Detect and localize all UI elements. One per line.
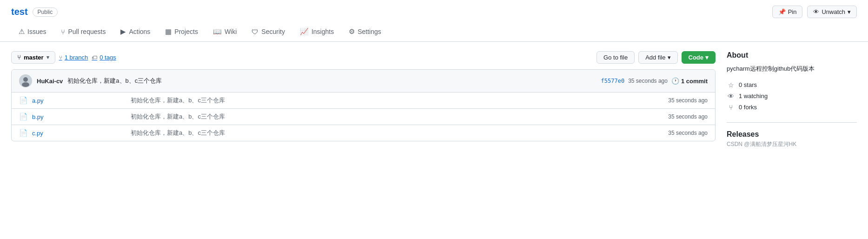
commit-message: 初始化仓库，新建a、b、c三个仓库 <box>67 77 162 85</box>
sidebar-about-section: About pycharm远程控制github代码版本 ☆ 0 stars 👁 … <box>727 51 857 113</box>
file-icon: 📄 <box>19 96 27 105</box>
file-icon: 📄 <box>19 129 27 137</box>
branch-count-icon: ⑂ <box>59 54 62 61</box>
file-name[interactable]: c.py <box>32 130 125 137</box>
tab-projects[interactable]: ▦ Projects <box>158 23 205 41</box>
tab-projects-label: Projects <box>174 28 198 35</box>
file-name[interactable]: b.py <box>32 113 125 120</box>
go-to-file-button[interactable]: Go to file <box>596 51 635 64</box>
insights-icon: 📈 <box>300 27 309 36</box>
tab-settings[interactable]: ⚙ Settings <box>341 23 389 41</box>
add-file-dropdown-icon: ▾ <box>668 54 671 61</box>
tab-security[interactable]: 🛡 Security <box>244 23 292 41</box>
repo-title-row: test Public 📌 Pin 👁 Unwatch ▾ <box>11 6 857 23</box>
tag-count: 0 tags <box>99 54 116 61</box>
tab-pull-requests[interactable]: ⑂ Pull requests <box>53 23 113 41</box>
stat-watching: 👁 1 watching <box>727 91 857 102</box>
tab-pull-requests-label: Pull requests <box>68 28 106 35</box>
file-icon: 📄 <box>19 113 27 121</box>
sidebar-releases-title: Releases <box>727 122 857 139</box>
tab-wiki-label: Wiki <box>225 28 237 35</box>
tab-actions-label: Actions <box>129 28 150 35</box>
file-commit-message: 初始化仓库，新建a、b、c三个仓库 <box>131 113 663 121</box>
repo-content: ⑂ master ▾ ⑂ 1 branch 🏷 0 tags Go to fil… <box>11 51 716 148</box>
file-time: 35 seconds ago <box>668 113 708 120</box>
tab-wiki[interactable]: 📖 Wiki <box>205 23 244 41</box>
table-row: 📄 c.py 初始化仓库，新建a、b、c三个仓库 35 seconds ago <box>12 125 715 141</box>
watermark: CSDN @满船清梦压星河HK <box>727 140 857 148</box>
commit-count[interactable]: 🕐 1 commit <box>671 77 708 85</box>
watching-count[interactable]: 1 watching <box>739 93 768 100</box>
tab-settings-label: Settings <box>358 28 381 35</box>
add-file-label: Add file <box>645 54 665 61</box>
issues-icon: ⚠ <box>19 27 25 36</box>
repo-sidebar: About pycharm远程控制github代码版本 ☆ 0 stars 👁 … <box>727 51 857 148</box>
file-time: 35 seconds ago <box>668 97 708 104</box>
tab-insights[interactable]: 📈 Insights <box>292 23 341 41</box>
star-icon: ☆ <box>727 81 735 89</box>
code-label: Code <box>689 54 704 61</box>
commit-header-left: HuKai-cv 初始化仓库，新建a、b、c三个仓库 <box>19 74 162 87</box>
sidebar-description: pycharm远程控制github代码版本 <box>727 64 857 74</box>
repo-title-left: test Public <box>11 7 58 17</box>
repo-nav: ⚠ Issues ⑂ Pull requests ▶ Actions ▦ Pro… <box>11 23 857 41</box>
unwatch-button[interactable]: 👁 Unwatch ▾ <box>807 6 857 18</box>
stat-stars: ☆ 0 stars <box>727 80 857 91</box>
code-dropdown-icon: ▾ <box>705 54 709 61</box>
file-commit-message: 初始化仓库，新建a、b、c三个仓库 <box>131 129 663 137</box>
stars-count[interactable]: 0 stars <box>739 81 757 88</box>
file-name[interactable]: a.py <box>32 97 125 104</box>
pin-icon: 📌 <box>778 8 786 15</box>
svg-point-2 <box>22 82 29 87</box>
branch-count: 1 branch <box>65 54 88 61</box>
sidebar-stats: ☆ 0 stars 👁 1 watching ⑂ 0 forks <box>727 80 857 113</box>
commit-count-label: 1 commit <box>681 78 708 85</box>
svg-point-1 <box>23 77 28 82</box>
sidebar-about-title: About <box>727 51 857 60</box>
tab-issues[interactable]: ⚠ Issues <box>11 23 53 41</box>
code-button[interactable]: Code ▾ <box>682 51 716 64</box>
main-content: ⑂ master ▾ ⑂ 1 branch 🏷 0 tags Go to fil… <box>0 42 868 158</box>
add-file-button[interactable]: Add file ▾ <box>638 51 677 64</box>
branch-count-link[interactable]: ⑂ 1 branch <box>59 54 88 61</box>
tab-insights-label: Insights <box>311 28 334 35</box>
file-table: HuKai-cv 初始化仓库，新建a、b、c三个仓库 f5577e0 35 se… <box>11 69 716 141</box>
commit-header: HuKai-cv 初始化仓库，新建a、b、c三个仓库 f5577e0 35 se… <box>12 70 715 93</box>
repo-name[interactable]: test <box>11 7 28 17</box>
forks-count[interactable]: 0 forks <box>739 104 757 111</box>
tab-security-label: Security <box>261 28 285 35</box>
commit-header-right: f5577e0 35 seconds ago 🕐 1 commit <box>601 77 708 85</box>
actions-icon: ▶ <box>120 27 126 36</box>
watch-icon: 👁 <box>727 93 735 100</box>
table-row: 📄 b.py 初始化仓库，新建a、b、c三个仓库 35 seconds ago <box>12 109 715 125</box>
pin-button[interactable]: 📌 Pin <box>772 6 803 18</box>
toolbar-left: ⑂ master ▾ ⑂ 1 branch 🏷 0 tags <box>11 51 116 64</box>
fork-icon: ⑂ <box>727 104 735 111</box>
commit-hash[interactable]: f5577e0 <box>601 78 625 84</box>
eye-icon: 👁 <box>813 8 819 15</box>
history-icon: 🕐 <box>671 77 679 85</box>
pin-label: Pin <box>788 8 797 15</box>
file-time: 35 seconds ago <box>668 130 708 136</box>
branch-dropdown-icon: ▾ <box>46 54 49 60</box>
commit-author[interactable]: HuKai-cv <box>37 78 63 85</box>
file-rows-container: 📄 a.py 初始化仓库，新建a、b、c三个仓库 35 seconds ago … <box>12 93 715 141</box>
unwatch-label: Unwatch <box>822 8 845 15</box>
security-icon: 🛡 <box>252 28 258 36</box>
toolbar-right: Go to file Add file ▾ Code ▾ <box>596 51 716 64</box>
avatar <box>19 74 32 87</box>
repo-header-actions: 📌 Pin 👁 Unwatch ▾ <box>772 6 857 18</box>
branch-selector[interactable]: ⑂ master ▾ <box>11 51 55 64</box>
tag-count-link[interactable]: 🏷 0 tags <box>92 54 116 61</box>
repo-header: test Public 📌 Pin 👁 Unwatch ▾ ⚠ Issues ⑂… <box>0 0 868 42</box>
stat-forks: ⑂ 0 forks <box>727 102 857 113</box>
branch-name: master <box>24 54 44 61</box>
projects-icon: ▦ <box>165 27 172 36</box>
commit-time: 35 seconds ago <box>628 78 668 84</box>
tab-actions[interactable]: ▶ Actions <box>113 23 158 41</box>
tab-issues-label: Issues <box>27 28 46 35</box>
tag-icon: 🏷 <box>92 54 97 61</box>
file-toolbar: ⑂ master ▾ ⑂ 1 branch 🏷 0 tags Go to fil… <box>11 51 716 64</box>
pull-request-icon: ⑂ <box>61 28 65 36</box>
branch-icon: ⑂ <box>17 54 21 61</box>
